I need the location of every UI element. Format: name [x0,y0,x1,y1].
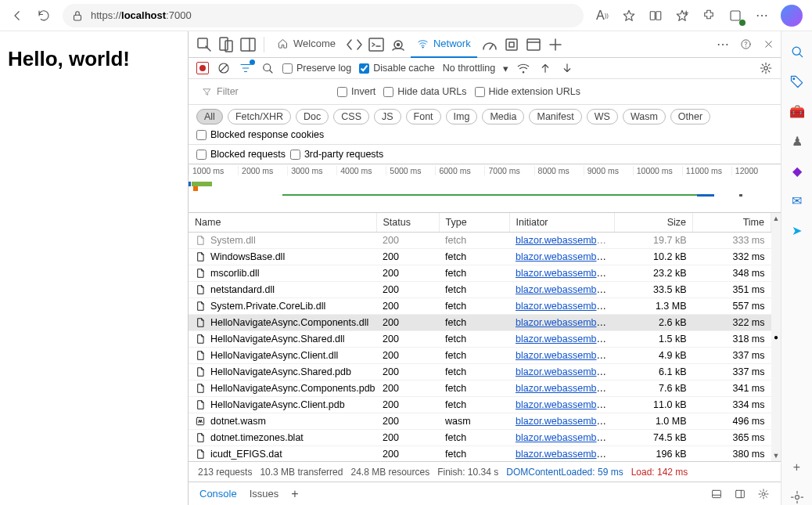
table-row[interactable]: icudt_EFIGS.dat200fetchblazor.webassembl… [189,446,771,462]
throttling-select[interactable]: No throttling [443,63,495,74]
tab-welcome[interactable]: Welcome [271,31,342,58]
timeline-overview[interactable]: 1000 ms2000 ms3000 ms4000 ms5000 ms6000 … [189,164,781,213]
export-har-icon[interactable] [560,61,574,75]
table-row[interactable]: HelloNavigateAsync.Components.dll200fetc… [189,315,771,331]
tab-network[interactable]: Network [411,31,477,58]
invert-checkbox[interactable]: Invert [337,86,375,97]
col-status[interactable]: Status [376,213,439,233]
games-icon[interactable]: ♟ [789,133,805,149]
performance-icon[interactable] [480,35,499,54]
table-row[interactable]: HelloNavigateAsync.Shared.dll200fetchbla… [189,331,771,348]
col-name[interactable]: Name [189,213,376,233]
filter-pill-fetch-xhr[interactable]: Fetch/XHR [228,109,291,124]
extensions-icon[interactable] [701,8,717,23]
drawer-add-icon[interactable]: + [291,487,298,501]
table-row[interactable]: HelloNavigateAsync.Client.dll200fetchbla… [189,348,771,364]
read-aloud-icon[interactable]: A)) [595,8,610,23]
hide-data-urls-checkbox[interactable]: Hide data URLs [383,86,466,97]
filter-pill-media[interactable]: Media [482,109,524,124]
network-settings-icon[interactable] [759,61,773,75]
filter-pill-img[interactable]: Img [446,109,478,124]
table-row[interactable]: dotnet.wasm200wasmblazor.webassembly.js:… [189,413,771,430]
copilot-icon[interactable] [781,5,803,27]
filter-input[interactable]: Filter [196,82,329,101]
blocked-requests-checkbox[interactable]: Blocked requests [196,149,286,160]
clear-button[interactable] [217,61,231,75]
help-icon[interactable] [740,38,752,50]
drawer-settings-icon[interactable] [757,488,770,500]
record-button[interactable] [196,62,209,74]
drawer-tab-issues[interactable]: Issues [250,488,279,500]
preserve-log-checkbox[interactable]: Preserve log [282,63,351,74]
outlook-icon[interactable]: ✉ [789,193,805,208]
filter-toggle-icon[interactable] [239,61,253,75]
col-type[interactable]: Type [439,213,509,233]
favorites-list-icon[interactable] [674,8,690,23]
search-sidebar-icon[interactable] [789,44,805,60]
sidebar-settings-icon[interactable] [789,489,805,505]
dock-icon[interactable] [239,35,257,54]
table-row[interactable]: HelloNavigateAsync.Shared.pdb200fetchbla… [189,364,771,381]
filter-pill-manifest[interactable]: Manifest [529,109,581,124]
col-size[interactable]: Size [615,213,693,233]
drawer-dock-icon[interactable] [710,488,723,500]
refresh-button[interactable] [36,8,52,23]
table-scrollbar[interactable]: ▲ ● ▼ [771,213,781,461]
drawer-panel-icon[interactable] [734,488,746,500]
search-icon[interactable] [260,61,275,75]
table-row[interactable]: HelloNavigateAsync.Components.pdb200fetc… [189,381,771,397]
add-sidebar-icon[interactable]: + [789,460,805,475]
wifi-icon [417,38,429,49]
network-table[interactable]: Name Status Type Initiator Size Time Sys… [189,213,771,461]
back-button[interactable] [9,8,25,23]
more-tools-icon[interactable]: ⋯ [717,37,729,52]
inspect-icon[interactable] [195,35,214,54]
hide-extension-urls-checkbox[interactable]: Hide extension URLs [475,86,580,97]
elements-icon[interactable] [345,35,364,54]
third-party-checkbox[interactable]: 3rd-party requests [290,149,383,160]
funnel-icon [202,87,212,97]
filter-pill-wasm[interactable]: Wasm [623,109,666,124]
shopping-tag-icon[interactable] [789,74,805,89]
table-row[interactable]: HelloNavigateAsync.Client.pdb200fetchbla… [189,397,771,413]
col-time[interactable]: Time [693,213,771,233]
table-row[interactable]: System.dll200fetchblazor.webassembly.js:… [189,233,771,249]
scroll-down-icon[interactable]: ▼ [773,452,780,460]
table-row[interactable]: WindowsBase.dll200fetchblazor.webassembl… [189,249,771,265]
col-initiator[interactable]: Initiator [509,213,615,233]
office-icon[interactable]: ◆ [789,163,805,179]
favorite-icon[interactable] [621,8,637,23]
filter-pill-all[interactable]: All [196,109,223,124]
device-icon[interactable] [217,35,235,54]
scroll-up-icon[interactable]: ▲ [773,215,780,222]
import-har-icon[interactable] [538,61,552,75]
more-icon[interactable]: ⋯ [754,8,770,23]
sources-icon[interactable] [389,35,408,54]
drawer-tab-console[interactable]: Console [199,488,237,500]
table-row[interactable]: System.Private.CoreLib.dll200fetchblazor… [189,298,771,315]
close-devtools-icon[interactable] [763,38,774,50]
filter-pill-doc[interactable]: Doc [296,109,329,124]
svg-rect-19 [196,417,203,424]
throttling-chevron-icon[interactable]: ▾ [503,63,508,74]
disable-cache-checkbox[interactable]: Disable cache [359,63,435,74]
console-icon[interactable] [367,35,386,54]
collections-icon[interactable] [728,8,743,23]
network-conditions-icon[interactable] [516,61,530,75]
split-screen-icon[interactable] [648,8,663,23]
filter-pill-ws[interactable]: WS [587,109,618,124]
table-row[interactable]: mscorlib.dll200fetchblazor.webassembly.j… [189,265,771,282]
filter-pill-other[interactable]: Other [670,109,710,124]
table-row[interactable]: dotnet.timezones.blat200fetchblazor.weba… [189,430,771,446]
add-tab-icon[interactable] [546,35,565,54]
filter-pill-css[interactable]: CSS [333,109,369,124]
filter-pill-js[interactable]: JS [374,109,401,124]
memory-icon[interactable] [502,35,521,54]
send-icon[interactable]: ➤ [789,222,805,238]
url-field[interactable]: https://localhost:7000 [63,4,584,27]
tools-icon[interactable]: 🧰 [789,103,805,119]
filter-pill-font[interactable]: Font [406,109,441,124]
application-icon[interactable] [524,35,543,54]
blocked-cookies-checkbox[interactable]: Blocked response cookies [196,129,324,140]
table-row[interactable]: netstandard.dll200fetchblazor.webassembl… [189,282,771,298]
